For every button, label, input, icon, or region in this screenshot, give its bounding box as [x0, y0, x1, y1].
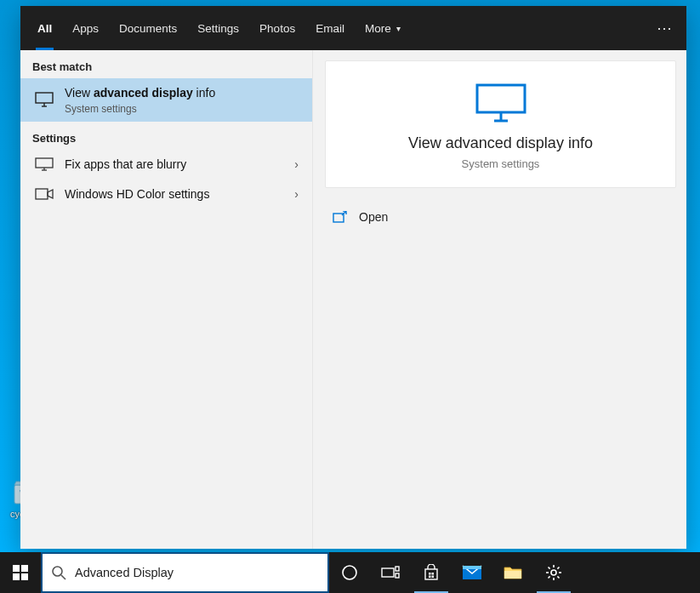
svg-line-35 [549, 567, 550, 569]
svg-rect-19 [382, 568, 394, 577]
svg-rect-1 [36, 93, 53, 103]
store-app-button[interactable] [411, 552, 452, 593]
tab-apps[interactable]: Apps [62, 6, 109, 50]
open-action-label: Open [359, 210, 388, 224]
result-title: View advanced display info [65, 85, 300, 101]
start-button[interactable] [0, 552, 41, 593]
result-title: Windows HD Color settings [65, 186, 294, 202]
svg-line-17 [61, 575, 65, 579]
result-title: Fix apps that are blurry [65, 157, 294, 173]
cortana-icon [341, 564, 358, 581]
mail-app-button[interactable] [452, 552, 492, 593]
windows-logo-icon [13, 565, 28, 580]
taskbar-search-box[interactable] [41, 552, 329, 593]
task-view-button[interactable] [370, 552, 411, 593]
svg-rect-28 [463, 566, 481, 569]
file-explorer-button[interactable] [492, 552, 533, 593]
svg-line-38 [557, 567, 559, 569]
tab-more[interactable]: More ▾ [355, 6, 411, 50]
svg-rect-8 [477, 85, 525, 112]
svg-rect-21 [396, 573, 399, 578]
svg-rect-22 [425, 569, 437, 579]
camera-icon [32, 188, 56, 200]
svg-rect-14 [13, 573, 20, 580]
svg-rect-7 [36, 189, 48, 199]
cortana-button[interactable] [329, 552, 370, 593]
svg-rect-4 [36, 158, 53, 168]
svg-line-36 [557, 576, 559, 578]
monitor-icon [32, 157, 56, 171]
task-view-icon [381, 566, 400, 579]
search-panel-body: Best match View advanced display info Sy… [20, 50, 686, 549]
svg-rect-15 [21, 573, 28, 580]
search-results-panel: All Apps Documents Settings Photos Email… [20, 6, 686, 549]
search-icon [51, 565, 66, 580]
preview-card: View advanced display info System settin… [325, 60, 676, 188]
svg-rect-24 [432, 573, 435, 575]
group-label-settings: Settings [20, 122, 312, 150]
settings-app-button[interactable] [533, 552, 574, 593]
more-options-button[interactable]: ⋯ [657, 19, 673, 37]
svg-point-16 [53, 567, 62, 576]
svg-point-30 [551, 570, 556, 575]
shopping-bag-icon [423, 564, 440, 581]
svg-rect-20 [396, 567, 399, 571]
folder-icon [504, 565, 522, 580]
preview-title: View advanced display info [408, 134, 593, 152]
tab-settings[interactable]: Settings [187, 6, 249, 50]
svg-rect-26 [432, 576, 435, 579]
preview-subtitle: System settings [462, 157, 540, 170]
group-label-best-match: Best match [20, 50, 312, 78]
taskbar [0, 552, 700, 593]
search-input[interactable] [75, 566, 319, 579]
monitor-icon-large [474, 82, 528, 123]
result-best-match[interactable]: View advanced display info System settin… [20, 78, 312, 122]
tab-more-label: More [365, 22, 391, 35]
gear-icon [545, 564, 562, 581]
preview-column: View advanced display info System settin… [313, 50, 686, 549]
open-action[interactable]: Open [325, 202, 676, 232]
svg-rect-25 [429, 576, 431, 579]
result-hd-color[interactable]: Windows HD Color settings › [20, 180, 312, 209]
monitor-icon [32, 92, 56, 107]
svg-line-37 [549, 576, 550, 578]
mail-icon [462, 565, 482, 580]
result-fix-blurry[interactable]: Fix apps that are blurry › [20, 150, 312, 180]
result-subtitle: System settings [65, 103, 300, 115]
svg-rect-13 [21, 565, 28, 572]
tab-all[interactable]: All [27, 6, 62, 50]
chevron-down-icon: ▾ [396, 24, 401, 33]
svg-point-18 [343, 566, 356, 579]
tab-email[interactable]: Email [305, 6, 355, 50]
open-icon [330, 211, 350, 223]
results-column: Best match View advanced display info Sy… [20, 50, 313, 549]
chevron-right-icon: › [294, 187, 300, 201]
svg-rect-29 [504, 571, 521, 579]
chevron-right-icon: › [294, 157, 300, 171]
search-panel-header: All Apps Documents Settings Photos Email… [20, 6, 686, 50]
tab-documents[interactable]: Documents [109, 6, 187, 50]
svg-rect-12 [13, 565, 20, 572]
tab-photos[interactable]: Photos [249, 6, 305, 50]
svg-rect-23 [429, 573, 431, 575]
